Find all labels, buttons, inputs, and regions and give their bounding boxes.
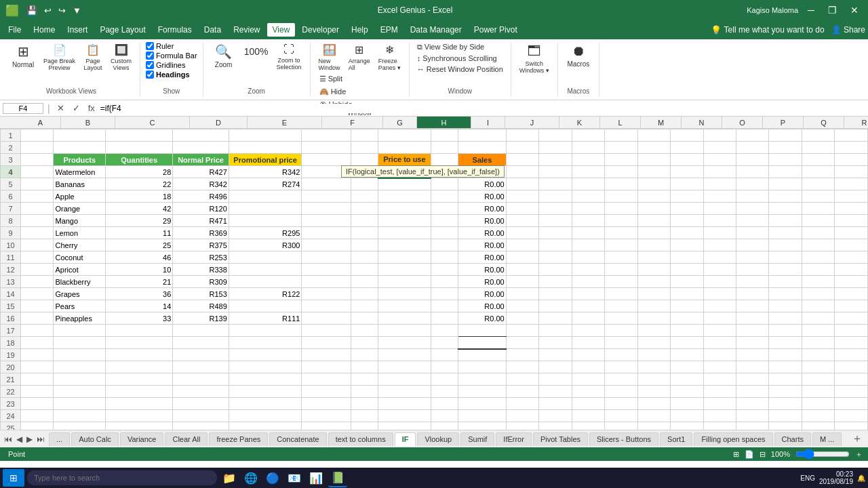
grid-cell[interactable] bbox=[458, 129, 506, 142]
grid-cell[interactable] bbox=[572, 398, 604, 410]
grid-cell[interactable] bbox=[572, 129, 604, 142]
grid-cell[interactable] bbox=[378, 203, 431, 215]
grid-cell[interactable] bbox=[378, 276, 431, 288]
grid-cell[interactable] bbox=[703, 203, 736, 215]
grid-cell[interactable]: Blackberry bbox=[54, 276, 106, 288]
grid-cell[interactable] bbox=[431, 337, 458, 349]
sheet-tab-variance[interactable]: Variance bbox=[120, 432, 164, 446]
grid-cell[interactable] bbox=[671, 142, 703, 154]
grid-cell[interactable] bbox=[802, 239, 834, 251]
view-layout-icon[interactable]: 📄 bbox=[745, 450, 754, 459]
grid-cell[interactable] bbox=[769, 178, 802, 190]
grid-cell[interactable] bbox=[736, 386, 768, 398]
grid-cell[interactable] bbox=[302, 300, 351, 312]
grid-cell[interactable]: R111 bbox=[229, 312, 302, 325]
grid-cell[interactable] bbox=[378, 264, 431, 276]
grid-cell[interactable] bbox=[835, 251, 868, 264]
grid-cell[interactable] bbox=[539, 227, 572, 239]
page-break-btn[interactable]: 📄 Page BreakPreview bbox=[41, 42, 78, 73]
grid-cell[interactable]: R369 bbox=[173, 227, 229, 239]
grid-cell[interactable]: R139 bbox=[173, 312, 229, 325]
grid-cell[interactable] bbox=[703, 215, 736, 227]
grid-cell[interactable]: Pears bbox=[54, 300, 106, 312]
grid-cell[interactable] bbox=[378, 215, 431, 227]
grid-cell[interactable] bbox=[802, 410, 834, 422]
grid-cell[interactable]: R0.00 bbox=[458, 215, 506, 227]
grid-cell[interactable] bbox=[769, 422, 802, 430]
col-G[interactable]: G bbox=[383, 117, 417, 129]
grid-cell[interactable] bbox=[302, 312, 351, 325]
grid-cell[interactable] bbox=[458, 422, 506, 430]
grid-cell[interactable] bbox=[539, 337, 572, 349]
grid-cell[interactable] bbox=[605, 300, 637, 312]
grid-cell[interactable] bbox=[506, 398, 538, 410]
grid-cell[interactable] bbox=[835, 349, 868, 361]
grid-cell[interactable] bbox=[539, 239, 572, 251]
grid-cell[interactable] bbox=[431, 239, 458, 251]
grid-cell[interactable]: Orange bbox=[54, 203, 106, 215]
grid-cell[interactable]: Cherry bbox=[54, 239, 106, 251]
grid-cell[interactable] bbox=[54, 410, 106, 422]
grid-cell[interactable] bbox=[769, 288, 802, 300]
grid-cell[interactable] bbox=[769, 373, 802, 386]
grid-cell[interactable] bbox=[302, 154, 351, 166]
grid-cell[interactable]: 42 bbox=[106, 203, 173, 215]
grid-cell[interactable] bbox=[703, 300, 736, 312]
grid-cell[interactable] bbox=[572, 178, 604, 190]
grid-cell[interactable] bbox=[637, 227, 670, 239]
grid-cell[interactable]: 29 bbox=[106, 215, 173, 227]
grid-cell[interactable] bbox=[431, 410, 458, 422]
grid-cell[interactable] bbox=[835, 288, 868, 300]
grid-cell[interactable] bbox=[703, 337, 736, 349]
col-R[interactable]: R bbox=[844, 117, 868, 129]
grid-cell[interactable] bbox=[605, 325, 637, 337]
grid-cell[interactable] bbox=[703, 312, 736, 325]
grid-cell[interactable] bbox=[302, 178, 351, 190]
grid-cell[interactable] bbox=[769, 349, 802, 361]
sheet-tab-charts[interactable]: Charts bbox=[774, 432, 811, 446]
grid-cell[interactable] bbox=[605, 361, 637, 373]
grid-cell[interactable] bbox=[605, 142, 637, 154]
grid-cell[interactable] bbox=[539, 373, 572, 386]
grid-cell[interactable] bbox=[637, 398, 670, 410]
grid-cell[interactable] bbox=[835, 276, 868, 288]
grid-cell[interactable] bbox=[736, 154, 768, 166]
grid-cell[interactable] bbox=[802, 203, 834, 215]
grid-cell[interactable] bbox=[506, 264, 538, 276]
grid-cell[interactable] bbox=[173, 129, 229, 142]
page-layout-btn[interactable]: 📋 PageLayout bbox=[81, 42, 105, 73]
grid-cell[interactable] bbox=[351, 215, 378, 227]
grid-cell[interactable] bbox=[671, 337, 703, 349]
grid-cell[interactable] bbox=[54, 349, 106, 361]
grid-cell[interactable]: R0.00 bbox=[458, 264, 506, 276]
grid-cell[interactable] bbox=[54, 422, 106, 430]
grid-cell[interactable] bbox=[458, 142, 506, 154]
grid-cell[interactable] bbox=[21, 203, 54, 215]
menu-file[interactable]: File bbox=[3, 23, 26, 37]
grid-cell[interactable]: Promotional price bbox=[229, 154, 302, 166]
grid-cell[interactable] bbox=[539, 325, 572, 337]
grid-cell[interactable] bbox=[351, 129, 378, 142]
grid-cell[interactable] bbox=[173, 422, 229, 430]
grid-cell[interactable] bbox=[539, 203, 572, 215]
taskbar-edge[interactable]: 🌐 bbox=[241, 468, 260, 487]
grid-cell[interactable] bbox=[431, 129, 458, 142]
menu-insert[interactable]: Insert bbox=[62, 23, 93, 37]
grid-cell[interactable] bbox=[106, 361, 173, 373]
menu-data[interactable]: Data bbox=[199, 23, 226, 37]
grid-cell[interactable] bbox=[835, 129, 868, 142]
grid-cell[interactable] bbox=[802, 386, 834, 398]
grid-cell[interactable] bbox=[671, 215, 703, 227]
grid-cell[interactable] bbox=[21, 386, 54, 398]
view-side-by-side-btn[interactable]: ⧉ View Side by Side bbox=[415, 42, 487, 52]
sheet-tab-sort1[interactable]: Sort1 bbox=[660, 432, 692, 446]
grid-cell[interactable] bbox=[539, 288, 572, 300]
grid-cell[interactable] bbox=[605, 349, 637, 361]
cancel-formula-btn[interactable]: ✕ bbox=[54, 103, 67, 113]
grid-cell[interactable] bbox=[572, 410, 604, 422]
customize-btn[interactable]: ▼ bbox=[71, 5, 83, 16]
sheet-tab-pivot-tables[interactable]: Pivot Tables bbox=[533, 432, 588, 446]
grid-cell[interactable] bbox=[572, 264, 604, 276]
grid-cell[interactable] bbox=[605, 203, 637, 215]
grid-cell[interactable] bbox=[506, 215, 538, 227]
